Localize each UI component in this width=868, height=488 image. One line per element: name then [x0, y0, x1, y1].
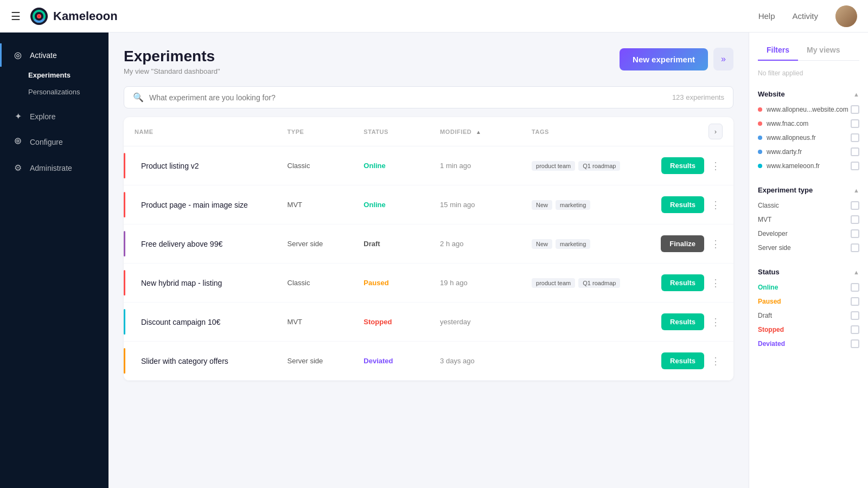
sidebar-item-configure-label: Configure: [30, 138, 63, 146]
search-bar: 🔍 123 experiments: [124, 86, 733, 108]
help-link[interactable]: Help: [758, 11, 775, 21]
configure-icon: [12, 137, 23, 147]
more-button[interactable]: ⋮: [709, 353, 723, 369]
row-type: Server side: [288, 357, 364, 365]
filter-item: www.fnac.com: [758, 117, 859, 131]
website-dot: [758, 164, 762, 168]
hamburger-icon[interactable]: ☰: [11, 10, 21, 23]
row-actions: Results ⋮: [646, 352, 723, 369]
row-type: Server side: [288, 240, 364, 248]
results-button[interactable]: Results: [661, 274, 704, 291]
filter-section-status: Status ▲ Online Paused Draft Stopped: [758, 264, 859, 351]
row-actions: Results ⋮: [646, 313, 723, 330]
row-indicator: [124, 153, 125, 178]
row-tags: product team Q1 roadmap: [532, 278, 646, 288]
row-indicator: [124, 192, 125, 217]
tag: Q1 roadmap: [578, 278, 620, 288]
type-label: Developer: [758, 230, 788, 237]
page-subtitle: My view "Standard dashboard": [124, 67, 220, 75]
website-dot: [758, 107, 762, 112]
website-checkbox[interactable]: [851, 147, 859, 156]
chevron-up-icon: ▲: [853, 91, 859, 98]
more-button[interactable]: ⋮: [709, 236, 723, 252]
tag: product team: [532, 278, 575, 288]
results-button[interactable]: Results: [661, 157, 704, 174]
sidebar-item-administrate-label: Administrate: [30, 164, 72, 172]
more-button[interactable]: ⋮: [709, 275, 723, 291]
tag: Q1 roadmap: [578, 161, 620, 171]
svg-point-6: [17, 140, 19, 142]
row-status: Deviated: [363, 357, 440, 365]
table-header: NAME TYPE STATUS MODIFIED ▲ TAGS ›: [124, 117, 733, 146]
col-extra: ›: [646, 124, 723, 139]
tab-my-views[interactable]: My views: [798, 41, 848, 61]
website-checkbox[interactable]: [851, 162, 859, 170]
row-name: Product listing v2: [135, 162, 288, 170]
tab-filters[interactable]: Filters: [758, 41, 798, 61]
status-label: Deviated: [758, 340, 785, 348]
row-type: MVT: [288, 318, 364, 326]
new-experiment-button[interactable]: New experiment: [620, 48, 708, 70]
row-modified: 15 min ago: [440, 201, 532, 209]
sidebar-item-personalizations[interactable]: Personalizations: [0, 84, 108, 100]
sidebar-item-activate-label: Activate: [30, 51, 57, 60]
col-name: NAME: [135, 129, 288, 135]
sidebar-item-activate[interactable]: ◎ Activate: [0, 43, 108, 67]
filter-item: Classic: [758, 198, 859, 213]
filter-section-website-header[interactable]: Website ▲: [758, 86, 859, 102]
status-checkbox[interactable]: [851, 325, 859, 334]
main-layout: ◎ Activate Experiments Personalizations …: [0, 33, 868, 488]
status-checkbox[interactable]: [851, 297, 859, 306]
more-button[interactable]: ⋮: [709, 314, 723, 330]
filter-section-experiment-type: Experiment type ▲ Classic MVT Developer …: [758, 182, 859, 255]
filter-section-status-header[interactable]: Status ▲: [758, 264, 859, 280]
filter-item: www.kameleoon.fr: [758, 159, 859, 173]
topbar: ☰ Kameleoon Help Activity: [0, 0, 868, 33]
row-name: Product page - main image size: [135, 201, 288, 209]
sidebar-item-administrate[interactable]: ⚙ Administrate: [0, 156, 108, 179]
table-row: Discount campaign 10€ MVT Stopped yester…: [124, 303, 733, 342]
page-title-block: Experiments My view "Standard dashboard": [124, 48, 220, 75]
results-button[interactable]: Results: [661, 196, 704, 213]
website-label: www.darty.fr: [767, 148, 802, 156]
search-icon: 🔍: [133, 92, 144, 102]
filter-item: Online: [758, 280, 859, 294]
more-button[interactable]: ⋮: [709, 197, 723, 213]
type-checkbox[interactable]: [851, 201, 859, 210]
type-checkbox[interactable]: [851, 243, 859, 252]
status-checkbox[interactable]: [851, 283, 859, 292]
table-row: Slider with category offers Server side …: [124, 342, 733, 381]
website-checkbox[interactable]: [851, 105, 859, 114]
sort-icon[interactable]: ▲: [476, 129, 481, 135]
status-checkbox[interactable]: [851, 339, 859, 348]
row-tags: New marketing: [532, 239, 646, 249]
avatar[interactable]: [835, 5, 857, 27]
filter-item: Stopped: [758, 323, 859, 337]
more-button[interactable]: ⋮: [709, 158, 723, 174]
status-checkbox[interactable]: [851, 311, 859, 320]
results-button[interactable]: Results: [661, 313, 704, 330]
type-checkbox[interactable]: [851, 229, 859, 238]
tag: product team: [532, 161, 575, 171]
row-name: Slider with category offers: [135, 357, 288, 365]
row-name: New hybrid map - listing: [135, 279, 288, 287]
row-type: MVT: [288, 201, 364, 209]
website-checkbox[interactable]: [851, 119, 859, 128]
website-checkbox[interactable]: [851, 133, 859, 142]
type-checkbox[interactable]: [851, 215, 859, 224]
sidebar-item-explore[interactable]: ✦ Explore: [0, 105, 108, 128]
expand-button[interactable]: »: [713, 48, 733, 70]
no-filter-text: No filter applied: [758, 69, 859, 77]
col-toggle-button[interactable]: ›: [709, 124, 723, 139]
finalize-button[interactable]: Finalize: [661, 235, 704, 252]
row-indicator: [124, 309, 125, 335]
type-label: Server side: [758, 244, 791, 252]
type-label: Classic: [758, 202, 779, 209]
filter-section-type-header[interactable]: Experiment type ▲: [758, 182, 859, 198]
svg-point-5: [15, 138, 21, 144]
sidebar-item-configure[interactable]: Configure: [0, 130, 108, 154]
activity-link[interactable]: Activity: [792, 11, 818, 21]
sidebar-item-experiments[interactable]: Experiments: [0, 67, 108, 84]
search-input[interactable]: [149, 93, 667, 102]
results-button[interactable]: Results: [661, 352, 704, 369]
